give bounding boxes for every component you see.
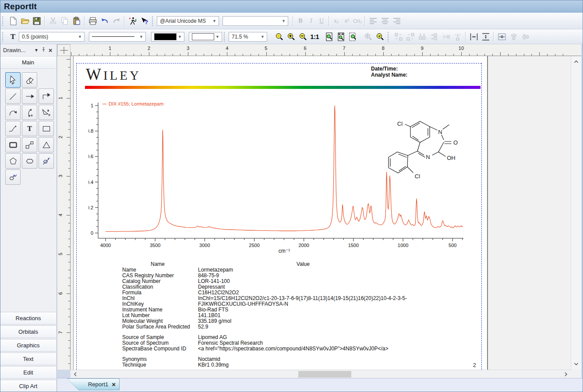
property-row: Source of SampleLipomed AG xyxy=(122,335,486,340)
ruler-tick xyxy=(68,262,70,262)
triangle-tool[interactable] xyxy=(39,137,54,152)
select-tool[interactable] xyxy=(5,72,21,88)
ring-bond-tool[interactable] xyxy=(39,153,54,169)
panel-button-graphics[interactable]: Graphics xyxy=(0,339,56,352)
tab-close-button[interactable]: × xyxy=(112,381,116,388)
distribute-right-button[interactable] xyxy=(428,31,440,42)
pencil-tool[interactable] xyxy=(5,121,21,136)
chevron-up-icon xyxy=(574,60,579,64)
horizontal-scrollbar[interactable] xyxy=(71,370,571,378)
size-to-tallest-button[interactable] xyxy=(404,31,416,42)
center-vertical-button[interactable] xyxy=(519,31,531,42)
point-size-select[interactable]: 0.5 (points) ▼ xyxy=(19,32,85,42)
copy-button[interactable] xyxy=(59,15,71,27)
panel-button-orbitals[interactable]: Orbitals xyxy=(0,325,56,338)
size-to-widest-button[interactable] xyxy=(392,31,404,42)
polygon-pen-tool[interactable] xyxy=(39,105,54,120)
paste-button[interactable] xyxy=(71,15,82,27)
text-style-button[interactable]: T xyxy=(7,31,19,42)
center-horizontal-button[interactable] xyxy=(508,31,519,42)
report-canvas[interactable]: WILEY Date/Time: Analyst Name: 400035003… xyxy=(71,56,571,370)
bold-button[interactable]: B xyxy=(295,15,306,27)
panel-button-edit[interactable]: Edit xyxy=(0,366,56,379)
context-help-button[interactable]: ? xyxy=(138,15,150,27)
dynamic-zoom-button[interactable] xyxy=(273,31,285,42)
zoom-out-button[interactable] xyxy=(297,31,309,42)
pin-icon[interactable] xyxy=(40,47,47,53)
scroll-right-button[interactable] xyxy=(562,370,570,378)
toolbar-grip[interactable] xyxy=(152,16,155,26)
fill-color-select[interactable]: ▼ xyxy=(189,32,222,42)
panel-section-main[interactable]: Main xyxy=(0,57,56,69)
pentagon-tool[interactable] xyxy=(5,153,21,169)
vertical-scrollbar[interactable] xyxy=(571,56,581,370)
rectangle-tool[interactable] xyxy=(39,121,54,136)
ring-chain-tool[interactable] xyxy=(5,170,21,185)
new-document-button[interactable] xyxy=(7,15,19,27)
equal-vertical-spacing-button[interactable] xyxy=(480,31,491,42)
zoom-in-button[interactable] xyxy=(285,31,297,42)
space-across-button[interactable] xyxy=(440,31,452,42)
open-button[interactable] xyxy=(19,15,31,27)
align-center-button[interactable] xyxy=(379,15,391,27)
actual-size-button[interactable]: 1:1 xyxy=(309,31,321,42)
scroll-up-button[interactable] xyxy=(571,57,581,66)
print-button[interactable] xyxy=(87,15,99,27)
zoom-level-select[interactable]: 71.5 % ▼ xyxy=(229,32,267,42)
panel-button-reactions[interactable]: Reactions xyxy=(0,312,56,325)
scroll-left-button[interactable] xyxy=(71,370,79,378)
center-in-page-button[interactable] xyxy=(496,31,508,42)
rounded-rectangle-tool[interactable] xyxy=(5,137,21,152)
chemical-format-button[interactable]: CH₂ xyxy=(352,15,363,27)
report-wizard-button[interactable] xyxy=(127,15,138,27)
scroll-down-button[interactable] xyxy=(571,360,581,368)
chevron-down-icon: ▼ xyxy=(138,35,145,39)
fit-selection-button[interactable] xyxy=(347,31,359,42)
fit-width-button[interactable] xyxy=(335,31,347,42)
zoom-previous-button[interactable] xyxy=(374,31,386,42)
line-style-select[interactable]: ▼ xyxy=(89,32,146,42)
pen-tool[interactable] xyxy=(22,105,37,120)
zoom-all-button[interactable] xyxy=(362,31,374,42)
arc-tool[interactable] xyxy=(5,105,21,120)
line-color-select[interactable]: ▼ xyxy=(151,32,184,42)
fit-page-button[interactable] xyxy=(323,31,335,42)
panel-menu-button[interactable]: ▼ xyxy=(33,48,40,53)
eraser-tool[interactable] xyxy=(22,72,37,88)
toolbar-grip[interactable] xyxy=(388,32,390,42)
align-right-button[interactable] xyxy=(391,15,403,27)
style-select[interactable]: ▼ xyxy=(223,16,288,26)
toolbar-grip[interactable] xyxy=(2,16,5,26)
underline-button[interactable]: U xyxy=(316,15,327,27)
space-down-button[interactable] xyxy=(452,31,463,42)
panel-close-button[interactable]: × xyxy=(47,47,54,54)
distribute-down-button[interactable] xyxy=(416,31,428,42)
connected-shapes-tool[interactable] xyxy=(22,137,37,152)
ruler-number: 6 xyxy=(58,292,63,294)
subscript-button[interactable]: x₂ xyxy=(331,15,342,27)
arrow-tool[interactable] xyxy=(22,88,37,104)
toolbar-grip[interactable] xyxy=(224,32,226,42)
ruler-origin-button[interactable] xyxy=(57,44,71,56)
text-annotation-tool[interactable]: T xyxy=(22,121,37,136)
line-tool[interactable] xyxy=(5,88,21,104)
save-button[interactable] xyxy=(31,15,42,27)
elbow-arrow-icon xyxy=(41,91,52,102)
equal-horizontal-spacing-button[interactable] xyxy=(468,31,480,42)
font-family-select[interactable]: @Arial Unicode MS ▼ xyxy=(157,16,219,26)
redo-button[interactable] xyxy=(110,15,122,27)
superscript-button[interactable]: x² xyxy=(342,15,352,27)
panel-button-clipart[interactable]: Clip Art xyxy=(0,380,56,392)
undo-button[interactable] xyxy=(99,15,110,27)
hexagon-tool[interactable] xyxy=(22,153,37,169)
align-left-button[interactable] xyxy=(367,15,379,27)
cut-button[interactable] xyxy=(47,15,59,27)
panel-button-text[interactable]: Text xyxy=(0,353,56,365)
toolbar-grip[interactable] xyxy=(2,32,5,42)
scrollbar-thumb[interactable] xyxy=(298,371,351,378)
elbow-arrow-tool[interactable] xyxy=(39,88,54,104)
ruler-tick xyxy=(297,54,298,56)
italic-button[interactable]: I xyxy=(306,15,316,27)
chevron-down-icon: ▼ xyxy=(214,35,221,39)
tab-report1[interactable]: Report1 × xyxy=(67,378,120,390)
